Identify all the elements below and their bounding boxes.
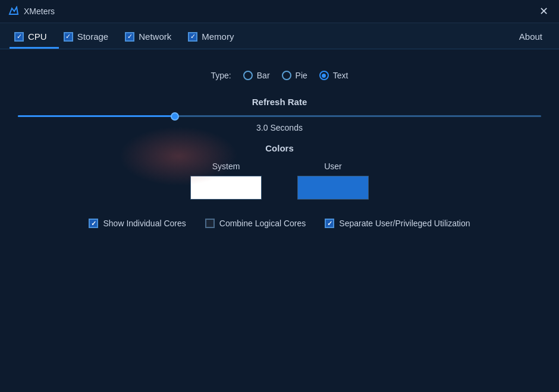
user-color-label: User — [324, 162, 342, 171]
title-bar: XMeters ✕ — [0, 0, 559, 23]
refresh-rate-value: 3.0 Seconds — [256, 123, 303, 132]
tab-network[interactable]: Network — [120, 23, 183, 49]
title-bar-left: XMeters — [8, 6, 55, 17]
type-text-option[interactable]: Text — [319, 71, 348, 80]
system-color-group: System — [190, 162, 262, 200]
separate-user-option[interactable]: Separate User/Privileged Utilization — [325, 219, 470, 228]
main-content: Type: Bar Pie Text Refresh Rate 3.0 Seco… — [0, 49, 559, 240]
type-label: Type: — [211, 71, 231, 80]
type-bar-radio[interactable] — [243, 71, 253, 80]
app-icon — [8, 6, 19, 17]
slider-fill — [18, 115, 175, 117]
tab-memory-label: Memory — [202, 31, 234, 42]
combine-logical-cores-option[interactable]: Combine Logical Cores — [205, 219, 306, 228]
tab-cpu[interactable]: CPU — [10, 23, 59, 49]
color-swatches: System User — [190, 162, 369, 200]
show-individual-cores-checkbox[interactable] — [89, 219, 98, 228]
colors-section: Colors System User — [190, 143, 369, 200]
tab-network-label: Network — [139, 31, 171, 42]
close-button[interactable]: ✕ — [537, 5, 551, 18]
app-title: XMeters — [24, 7, 55, 16]
slider-thumb[interactable] — [171, 112, 179, 121]
tab-memory[interactable]: Memory — [183, 23, 246, 49]
about-link[interactable]: About — [512, 23, 549, 49]
show-individual-cores-label: Show Individual Cores — [103, 219, 186, 228]
type-bar-label: Bar — [257, 71, 270, 80]
tab-cpu-checkbox[interactable] — [14, 32, 24, 42]
type-row: Type: Bar Pie Text — [211, 71, 348, 80]
tab-storage-label: Storage — [77, 31, 109, 42]
type-text-label: Text — [333, 71, 348, 80]
colors-title: Colors — [265, 143, 294, 153]
combine-logical-cores-checkbox[interactable] — [205, 219, 215, 228]
show-individual-cores-option[interactable]: Show Individual Cores — [89, 219, 186, 228]
slider-track — [18, 115, 541, 117]
checkboxes-row: Show Individual Cores Combine Logical Co… — [77, 219, 482, 228]
tab-network-checkbox[interactable] — [125, 32, 134, 42]
type-text-radio[interactable] — [319, 71, 329, 80]
refresh-rate-title: Refresh Rate — [252, 97, 307, 107]
svg-marker-0 — [10, 7, 18, 14]
separate-user-checkbox[interactable] — [325, 219, 334, 228]
type-pie-label: Pie — [296, 71, 307, 80]
tab-cpu-label: CPU — [28, 31, 47, 42]
tab-bar: CPU Storage Network Memory About — [0, 23, 559, 49]
type-pie-radio[interactable] — [282, 71, 291, 80]
user-color-group: User — [297, 162, 369, 200]
tab-storage-checkbox[interactable] — [64, 32, 73, 42]
refresh-rate-slider-container — [18, 115, 541, 117]
tab-storage[interactable]: Storage — [59, 23, 121, 49]
user-color-swatch[interactable] — [297, 176, 369, 200]
system-color-label: System — [212, 162, 240, 171]
type-pie-option[interactable]: Pie — [282, 71, 307, 80]
tab-memory-checkbox[interactable] — [188, 32, 197, 42]
type-bar-option[interactable]: Bar — [243, 71, 270, 80]
combine-logical-cores-label: Combine Logical Cores — [219, 219, 306, 228]
separate-user-label: Separate User/Privileged Utilization — [339, 219, 470, 228]
system-color-swatch[interactable] — [190, 176, 262, 200]
